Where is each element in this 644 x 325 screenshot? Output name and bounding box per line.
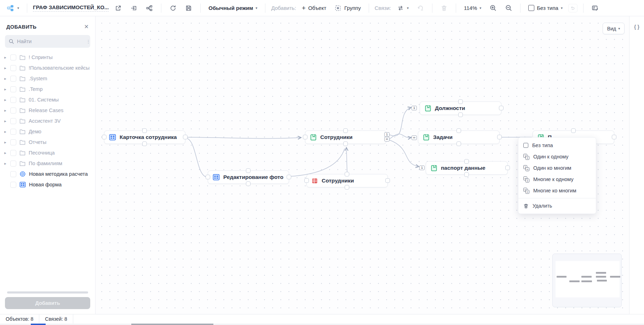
expand-caret-icon[interactable]: ▸ — [4, 161, 7, 166]
port-top[interactable] — [343, 128, 348, 133]
relink-button[interactable] — [414, 3, 426, 13]
bottom-scrollbar[interactable] — [0, 324, 644, 325]
no-type-filter[interactable]: Без типа ▾ — [526, 4, 565, 12]
port-right[interactable] — [287, 175, 291, 179]
port-top[interactable] — [246, 168, 251, 173]
folder-checkbox[interactable] — [10, 97, 16, 103]
folder-checkbox[interactable] — [10, 118, 16, 124]
port-left[interactable] — [206, 175, 210, 179]
port-bottom[interactable] — [458, 112, 463, 117]
add-group-button[interactable]: Группу — [332, 3, 363, 13]
port-top[interactable] — [142, 128, 147, 133]
node-positions[interactable]: Должности — [420, 101, 501, 115]
menu-item-many-to-one[interactable]: ∞1 Многие к одному — [518, 174, 596, 185]
expand-caret-icon[interactable]: ▸ — [4, 140, 7, 145]
view-button[interactable]: Вид ▾ — [603, 23, 625, 34]
expand-caret-icon[interactable]: ▸ — [4, 76, 7, 81]
port-bottom[interactable] — [464, 172, 469, 177]
search-options-icon[interactable]: ⋮ — [86, 39, 91, 44]
expand-caret-icon[interactable]: ▸ — [4, 87, 7, 92]
refresh-button[interactable] — [167, 3, 179, 13]
node-employees-green[interactable]: Сотрудники — [305, 130, 386, 144]
delete-button[interactable] — [438, 3, 450, 13]
folder-checkbox[interactable] — [10, 161, 16, 167]
expand-caret-icon[interactable]: ▸ — [4, 108, 7, 113]
folder-checkbox[interactable] — [10, 54, 16, 60]
link-type-select[interactable]: ▾ — [395, 3, 411, 13]
tree-folder-row[interactable]: ▸ ! Спринты — [4, 52, 95, 63]
port-top[interactable] — [345, 172, 349, 176]
app-logo-menu[interactable]: ▾ — [5, 3, 21, 13]
menu-item-one-to-one[interactable]: 11 Один к одному — [518, 151, 596, 162]
folder-checkbox[interactable] — [10, 108, 16, 114]
expand-caret-icon[interactable]: ▸ — [4, 119, 7, 123]
diagram-canvas[interactable]: Карточка сотрудника Редактирование фото … — [96, 16, 629, 314]
node-tasks[interactable]: Задачи — [418, 130, 500, 144]
expand-caret-icon[interactable]: ▸ — [4, 151, 7, 155]
port-bottom[interactable] — [142, 141, 147, 146]
tree-folder-row[interactable]: ▸ .System — [4, 73, 95, 84]
save-button[interactable] — [183, 3, 195, 13]
tree-folder-row[interactable]: ▸ Песочница — [4, 147, 95, 158]
tree-folder-row[interactable]: ▸ По фамилиям — [4, 158, 95, 169]
tree-folder-row[interactable]: ▸ .Temp — [4, 84, 95, 94]
search-input[interactable] — [17, 39, 83, 44]
open-external-button[interactable] — [112, 3, 124, 13]
node-passport-data[interactable]: паспорт данные — [426, 161, 508, 175]
tree-folder-row[interactable]: ▸ 01. Системы — [4, 94, 95, 105]
move-to-folder-button[interactable] — [128, 3, 140, 13]
port-left[interactable] — [303, 135, 307, 139]
port-right[interactable] — [183, 135, 188, 139]
tree-folder-row[interactable]: ▸ Ассистент 3V — [4, 116, 95, 126]
port-top[interactable] — [571, 128, 576, 133]
validate-card-button[interactable] — [589, 3, 601, 13]
scrollbar-thumb[interactable] — [131, 324, 213, 325]
node-employees-red[interactable]: Сотрудники — [306, 174, 388, 187]
node-photo-edit[interactable]: Редактирование фото — [208, 170, 289, 184]
add-selected-button[interactable]: Добавить — [5, 297, 90, 309]
folder-checkbox[interactable] — [10, 76, 16, 82]
folder-checkbox[interactable] — [10, 139, 16, 145]
expand-caret-icon[interactable]: ▸ — [4, 98, 7, 102]
port-right[interactable] — [497, 135, 502, 139]
item-checkbox[interactable] — [10, 171, 16, 177]
zoom-in-button[interactable] — [487, 3, 499, 13]
item-checkbox[interactable] — [10, 182, 16, 188]
folder-checkbox[interactable] — [10, 150, 16, 156]
port-left[interactable] — [304, 178, 309, 183]
port-bottom[interactable] — [343, 141, 348, 146]
add-object-button[interactable]: + Объект — [300, 3, 328, 13]
no-type-checkbox[interactable] — [528, 5, 534, 11]
port-right[interactable] — [385, 178, 390, 183]
tree-folder-row[interactable]: ▸ !Пользовательские кейсы — [4, 63, 95, 73]
port-bottom[interactable] — [345, 185, 349, 190]
menu-item-no-type[interactable]: Без типа — [518, 140, 596, 151]
port-right[interactable] — [499, 106, 504, 110]
json-panel-icon[interactable]: { } — [629, 24, 644, 30]
search-box[interactable]: ⋮ — [5, 35, 90, 48]
minimap-viewport[interactable] — [556, 261, 620, 297]
expand-caret-icon[interactable]: ▸ — [4, 66, 7, 70]
mode-select[interactable]: Обычный режим ▾ — [206, 4, 259, 12]
tree-leaf-method[interactable]: Новая методика расчета — [4, 169, 95, 179]
folder-checkbox[interactable] — [10, 86, 16, 92]
tree-leaf-form[interactable]: Новая форма — [4, 179, 95, 190]
expand-caret-icon[interactable]: ▸ — [4, 129, 7, 134]
port-right[interactable] — [612, 135, 616, 139]
menu-item-many-to-many[interactable]: ∞∞ Многие ко многим — [518, 185, 596, 196]
port-left[interactable] — [102, 135, 107, 139]
menu-item-delete[interactable]: Удалить — [518, 200, 596, 211]
port-top[interactable] — [458, 99, 463, 104]
horizontal-scrollbar[interactable] — [7, 291, 88, 294]
port-bottom[interactable] — [456, 141, 461, 146]
folder-checkbox[interactable] — [10, 129, 16, 135]
port-top[interactable] — [456, 128, 461, 133]
tree-folder-row[interactable]: ▸ Демо — [4, 126, 95, 137]
port-top[interactable] — [464, 159, 469, 164]
close-icon[interactable]: ✕ — [84, 23, 89, 30]
hierarchy-button[interactable] — [143, 3, 155, 13]
undo-button[interactable] — [568, 4, 577, 12]
menu-item-one-to-many[interactable]: 1∞ Один ко многим — [518, 162, 596, 174]
node-employee-card[interactable]: Карточка сотрудника — [104, 130, 185, 144]
port-right[interactable] — [505, 166, 510, 170]
